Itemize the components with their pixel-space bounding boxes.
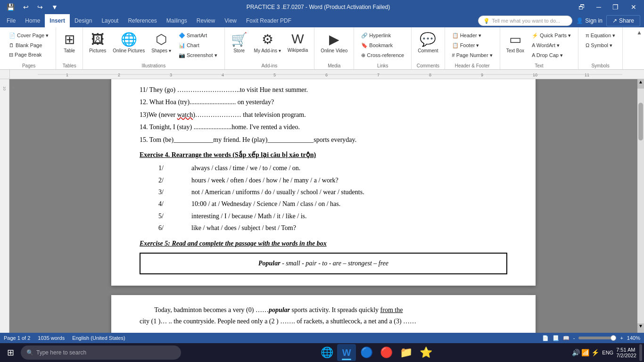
symbols-label: Symbols	[591, 63, 609, 68]
addins-label: Add-ins	[261, 63, 277, 68]
comment-button[interactable]: 💬 Comment	[415, 30, 440, 61]
chart-button[interactable]: 📊 Chart	[175, 41, 221, 50]
shapes-button[interactable]: ⬡ Shapes ▾	[149, 30, 173, 61]
scroll-down-button[interactable]: ▼	[637, 323, 644, 333]
bookmark-button[interactable]: 🔖 Bookmark	[358, 41, 407, 50]
taskbar-app-firefox[interactable]: 🔴	[377, 344, 396, 361]
show-desktop-button[interactable]	[639, 344, 642, 361]
sign-in-button[interactable]: 👤 Sign in	[576, 17, 603, 24]
zoom-out-icon[interactable]: -	[573, 335, 575, 341]
smartart-button[interactable]: 🔷 SmartArt	[175, 31, 221, 40]
exercise4-item-4: 4/ 10:00 / at / Wednesday / Science / Na…	[158, 199, 488, 209]
tab-file[interactable]: File	[2, 14, 20, 27]
minimize-button[interactable]: ─	[594, 2, 604, 12]
comment-label: Comment	[418, 48, 438, 53]
my-addins-label: My Add-ins ▾	[254, 48, 281, 53]
scroll-thumb[interactable]	[638, 103, 643, 140]
taskbar: ⊞ 🔍 Type here to search 🌐 W 🔵 🔴 📁 ⭐ 🔊 📶 …	[0, 343, 644, 362]
ribbon-top-right: 💡 Tell me what you want to do... 👤 Sign …	[478, 15, 642, 26]
taskbar-app-edge[interactable]: 🔵	[357, 344, 376, 361]
taskbar-app-chrome[interactable]: 🌐	[317, 344, 336, 361]
drop-cap-button[interactable]: A Drop Cap ▾	[528, 51, 574, 60]
pictures-button[interactable]: 🖼 Pictures	[87, 30, 108, 61]
restore2-button[interactable]: 🗗	[576, 2, 588, 12]
save-icon[interactable]: 💾	[4, 2, 17, 12]
tab-review[interactable]: Review	[192, 14, 220, 27]
zoom-thumb[interactable]	[611, 335, 616, 341]
collapse-ribbon-button[interactable]: ▲	[636, 29, 642, 36]
table-button[interactable]: ⊞ Table	[60, 30, 79, 61]
word-count: 1035 words	[38, 335, 65, 341]
tab-references[interactable]: References	[123, 14, 161, 27]
share-button[interactable]: ↗ Share	[606, 15, 640, 26]
screenshot-button[interactable]: 📷 Screenshot ▾	[175, 51, 221, 60]
document-view-print-icon[interactable]: 📄	[542, 335, 549, 341]
page-number-button[interactable]: # Page Number ▾	[449, 51, 496, 60]
document-view-web-icon[interactable]: 📃	[553, 335, 559, 341]
taskbar-left: ⊞ 🔍 Type here to search	[2, 344, 181, 361]
search-bar[interactable]: 🔍 Type here to search	[21, 346, 181, 360]
document-page-1: 11/ They (go) ………………………..to visit Hue ne…	[111, 79, 536, 286]
online-video-button[interactable]: ▶ Online Video	[318, 30, 350, 61]
zoom-in-icon[interactable]: +	[620, 335, 623, 341]
online-pictures-button[interactable]: 🌐 Online Pictures	[110, 30, 147, 61]
wordart-button[interactable]: A WordArt ▾	[528, 41, 574, 50]
tab-layout[interactable]: Layout	[97, 14, 123, 27]
page-break-button[interactable]: ⊟ Page Break	[6, 50, 52, 59]
symbols-group: π Equation ▾ Ω Symbol ▾ Symbols	[578, 27, 623, 69]
undo-icon[interactable]: ↩	[20, 2, 32, 12]
title-bar: 💾 ↩ ↪ ▼ PRACTICE 3 .E7.0207 - Word (Prod…	[0, 0, 644, 14]
equation-button[interactable]: π Equation ▾	[582, 31, 619, 40]
tables-label: Tables	[63, 63, 76, 68]
taskbar-app-other[interactable]: ⭐	[416, 344, 435, 361]
cross-reference-button[interactable]: ⊕ Cross-reference	[358, 51, 407, 60]
online-pictures-icon: 🌐	[121, 32, 137, 47]
wikipedia-button[interactable]: W Wikipedia	[285, 30, 310, 61]
store-button[interactable]: 🛒 Store	[229, 30, 250, 61]
taskbar-app-files[interactable]: 📁	[396, 344, 415, 361]
header-footer-buttons: 📋 Header ▾ 📋 Footer ▾ # Page Number ▾	[449, 30, 496, 60]
hyperlink-button[interactable]: 🔗 Hyperlink	[358, 31, 407, 40]
svg-text:7: 7	[377, 73, 380, 77]
customize-icon[interactable]: ▼	[49, 2, 61, 12]
symbol-button[interactable]: Ω Symbol ▾	[582, 41, 619, 50]
footer-button[interactable]: 📋 Footer ▾	[449, 41, 496, 50]
taskbar-app-word[interactable]: W	[337, 344, 356, 361]
taskbar-right: 🔊 📶 ⚡ ENG 7:51 AM 7/2/2022	[572, 344, 642, 361]
blank-page-button[interactable]: 🗒 Blank Page	[6, 41, 52, 49]
cover-page-button[interactable]: 📄 Cover Page ▾	[6, 31, 52, 40]
tab-foxit[interactable]: Foxit Reader PDF	[241, 14, 296, 27]
wikipedia-icon: W	[291, 32, 304, 47]
exercise4-item-2: 2/ hours / week / often / does / how / h…	[158, 175, 488, 186]
start-button[interactable]: ⊞	[2, 344, 19, 361]
media-group: ▶ Online Video Media	[314, 27, 354, 69]
page2-line1: Today, badminton becomes a very (0) ……po…	[140, 304, 507, 316]
scroll-up-button[interactable]: ▲	[637, 79, 644, 89]
tell-me-input[interactable]: 💡 Tell me what you want to do...	[478, 16, 572, 26]
comments-label: Comments	[417, 63, 439, 68]
ribbon-tabs: File Home Insert Design Layout Reference…	[0, 14, 644, 27]
zoom-slider[interactable]	[578, 337, 616, 339]
document-view-read-icon[interactable]: 📖	[563, 335, 570, 341]
tab-mailings[interactable]: Mailings	[162, 14, 192, 27]
tab-view[interactable]: View	[220, 14, 241, 27]
links-group: 🔗 Hyperlink 🔖 Bookmark ⊕ Cross-reference…	[354, 27, 412, 69]
restore-button[interactable]: ❐	[610, 2, 621, 12]
illustrations-group-content: 🖼 Pictures 🌐 Online Pictures ⬡ Shapes ▾ …	[87, 29, 220, 62]
addins-group-content: 🛒 Store ⚙ My Add-ins ▾ W Wikipedia	[229, 29, 311, 62]
tab-design[interactable]: Design	[70, 14, 97, 27]
tab-insert[interactable]: Insert	[45, 14, 70, 27]
header-footer-group-content: 📋 Header ▾ 📋 Footer ▾ # Page Number ▾	[449, 29, 496, 62]
text-box-button[interactable]: ▭ Text Box	[504, 30, 527, 61]
comment-icon: 💬	[420, 32, 436, 47]
my-addins-button[interactable]: ⚙ My Add-ins ▾	[252, 30, 283, 61]
page-info: Page 1 of 2	[4, 335, 30, 341]
quick-parts-button[interactable]: ⚡ Quick Parts ▾	[528, 31, 574, 40]
tab-home[interactable]: Home	[20, 14, 45, 27]
main-area: 51015 11/ They (go) ………………………..to visit …	[0, 79, 644, 333]
window-title: PRACTICE 3 .E7.0207 - Word (Product Acti…	[61, 4, 576, 10]
redo-icon[interactable]: ↪	[34, 2, 46, 12]
close-button[interactable]: ✕	[627, 2, 640, 12]
scrollbar-right[interactable]: ▲ ▼	[637, 79, 644, 333]
header-button[interactable]: 📋 Header ▾	[449, 31, 496, 40]
